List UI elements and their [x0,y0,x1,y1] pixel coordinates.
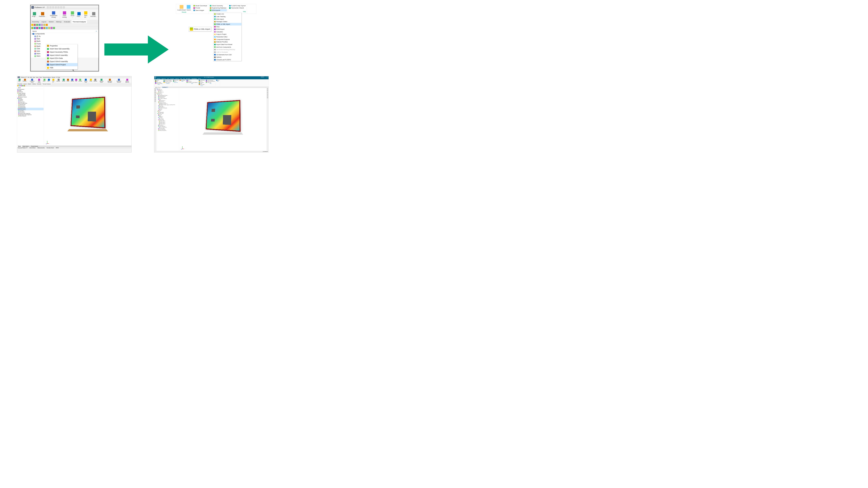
tool-icon[interactable] [267,94,268,95]
bottom-tab[interactable]: Motion Study 1 [22,145,30,147]
menu-item[interactable]: FMU [214,26,242,28]
tool-icon[interactable] [155,88,156,90]
menu-item[interactable]: File [28,77,29,78]
tool-icon[interactable] [53,27,55,29]
menu-item[interactable]: EDA Import [214,18,242,21]
model-geometry-button[interactable]: Model Geometry ▾ [193,5,208,7]
ribbon-button[interactable]: Restore Selection [123,79,131,83]
menu-item[interactable]: PDML or XML Import [214,23,242,26]
ribbon-button[interactable]: SmartParts Library [48,10,60,20]
ribbon-button[interactable]: Remember Selection [115,79,123,83]
scene-button[interactable]: Scene [186,5,191,11]
tool-icon[interactable] [155,90,156,91]
ribbon-button[interactable]: Results [70,79,75,83]
context-menu-item[interactable]: Import EDA Data [46,57,78,60]
tool-icon[interactable] [155,97,156,98]
tool-icon[interactable] [24,85,25,86]
menu-item[interactable]: Tools [39,77,42,78]
ribbon-button[interactable]: Proje… [31,10,38,20]
qat-icon[interactable] [52,6,54,8]
ribbon-button[interactable]: Geomet… [56,79,61,83]
save-image-button[interactable]: Save Image ▾ [193,9,208,11]
tool-icon[interactable] [38,24,40,26]
menu-item[interactable]: Selection [176,78,179,79]
menu-item[interactable]: Add from Components [214,46,242,48]
tree-item[interactable]: Surface Parameters [157,130,179,131]
tab[interactable]: Evaluate [63,20,71,23]
menu-item[interactable]: View [33,77,35,78]
tool-icon[interactable] [31,27,33,29]
tool-icon[interactable] [22,85,24,86]
tab[interactable]: Assembly [17,83,23,85]
tool-icon[interactable] [155,92,156,93]
tool-icon[interactable] [46,24,48,26]
tab[interactable]: Thermal Analysis [42,83,52,85]
ribbon-button[interactable]: Find… [47,79,51,83]
menu-item[interactable]: Parameter Editor [214,36,242,38]
qat-icon[interactable] [47,6,49,8]
qat-icon[interactable] [50,6,51,8]
menu-item[interactable]: Unload/Load FLOEFD [214,59,242,61]
menu-item[interactable]: Curve [167,78,169,79]
qat-icon[interactable] [55,6,57,8]
tool-icon[interactable] [36,27,38,29]
ribbon-button[interactable]: Animate [78,79,83,83]
tool-icon[interactable] [267,92,268,93]
menu-item[interactable]: Insert [36,77,38,78]
ribbon-button[interactable]: Proje… [18,79,22,83]
tool-icon[interactable] [41,24,43,26]
context-menu-item[interactable]: Insert New Sub-assembly [46,47,78,51]
menu-item[interactable]: Window [52,77,56,78]
tab[interactable]: Sketch [27,83,32,85]
menu-item[interactable]: Leak Tracking [214,15,242,18]
ribbon-button[interactable]: Parts Library [36,79,42,83]
tool-icon[interactable] [155,94,156,95]
tool-icon[interactable] [21,85,22,86]
tool-icon[interactable] [155,100,156,102]
tab[interactable]: Layout [40,20,48,23]
menu-item[interactable]: Flow Analysis [191,78,197,79]
ribbon-button[interactable]: Record Video [83,79,89,83]
ribbon-button[interactable]: Probe [89,79,93,83]
bottom-tab[interactable]: Thermal Analysis [30,145,39,147]
tool-icon[interactable] [48,27,50,29]
menu-item[interactable]: Copy to Project [214,33,242,36]
tool-icon[interactable] [18,85,19,86]
qat-icon[interactable] [63,6,65,8]
viewport-3d[interactable] [179,88,267,151]
qat-icon[interactable] [60,6,62,8]
tool-icon[interactable] [31,24,33,26]
menu-item[interactable]: Import Data From Model [214,43,242,46]
tool-icon[interactable] [267,90,268,91]
tab[interactable]: Layout [23,83,27,85]
tool-icon[interactable] [34,24,36,26]
menu-item[interactable]: Assemblies [186,78,190,79]
tool-icon[interactable] [19,85,20,86]
ribbon-button[interactable]: Plot [74,79,78,83]
check-geometry-button[interactable]: Check Geometry [209,5,227,7]
menu-item[interactable]: File [155,78,156,79]
viewport-3d[interactable] [44,87,131,145]
tree-item[interactable]: Result Exports [18,115,43,117]
tool-icon[interactable] [155,99,156,100]
tab[interactable]: Assembly [31,20,40,23]
tree-item[interactable]: Stan [31,38,98,40]
menu-item[interactable]: View [183,78,185,79]
menu-item[interactable]: Tools [180,78,182,79]
tab[interactable]: Evaluate [37,83,42,85]
context-menu-item[interactable]: Export XtXml Assembly [46,60,78,63]
help-topics-button[interactable]: FLOEFD Help Topics ▾ [229,5,246,7]
tab[interactable]: Markup [32,83,37,85]
ribbon-button[interactable]: New At… [51,79,56,83]
context-menu-item[interactable]: Properties [46,44,78,47]
ribbon-button[interactable]: Parametr… [22,79,28,83]
window-controls[interactable]: — □ ✕ [266,77,268,78]
probe-button[interactable]: Probe ▾ [193,7,208,9]
tool-icon[interactable] [267,88,268,90]
engineering-database-button[interactable]: Engineering Database [209,7,227,9]
menu-item[interactable]: Component Explorer [214,38,242,41]
tree-item[interactable]: (f) Ta [31,35,98,38]
context-menu-item[interactable]: Import XtXml Assembly [46,54,78,57]
tool-icon[interactable] [267,97,268,98]
ribbon-button[interactable]: Application Messages [105,79,115,83]
